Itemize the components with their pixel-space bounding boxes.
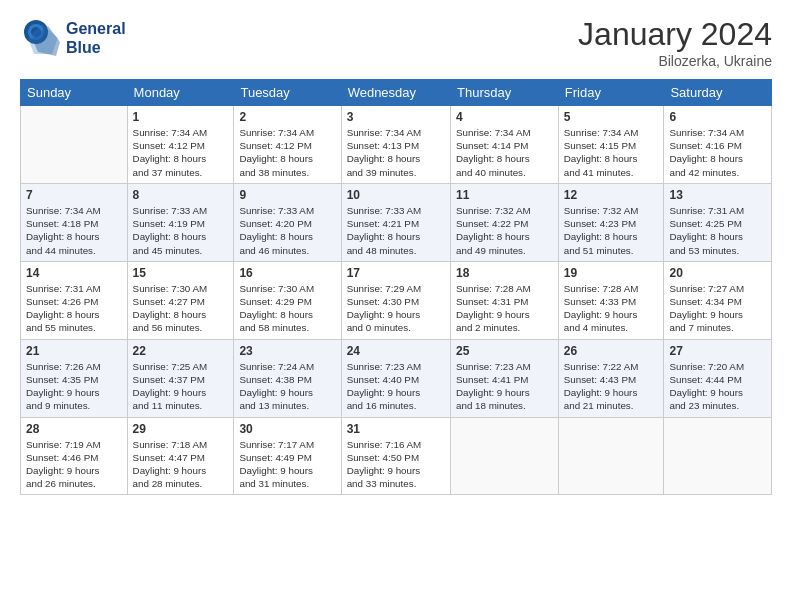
calendar-cell [451,417,559,495]
calendar-cell: 8Sunrise: 7:33 AM Sunset: 4:19 PM Daylig… [127,183,234,261]
day-info: Sunrise: 7:27 AM Sunset: 4:34 PM Dayligh… [669,282,766,335]
weekday-header-monday: Monday [127,80,234,106]
week-row-2: 14Sunrise: 7:31 AM Sunset: 4:26 PM Dayli… [21,261,772,339]
day-number: 9 [239,188,335,202]
weekday-header-saturday: Saturday [664,80,772,106]
day-info: Sunrise: 7:28 AM Sunset: 4:31 PM Dayligh… [456,282,553,335]
day-info: Sunrise: 7:34 AM Sunset: 4:15 PM Dayligh… [564,126,659,179]
day-number: 5 [564,110,659,124]
weekday-header-tuesday: Tuesday [234,80,341,106]
day-number: 2 [239,110,335,124]
day-number: 16 [239,266,335,280]
day-info: Sunrise: 7:29 AM Sunset: 4:30 PM Dayligh… [347,282,445,335]
day-number: 14 [26,266,122,280]
day-info: Sunrise: 7:25 AM Sunset: 4:37 PM Dayligh… [133,360,229,413]
calendar-cell: 9Sunrise: 7:33 AM Sunset: 4:20 PM Daylig… [234,183,341,261]
day-number: 29 [133,422,229,436]
day-info: Sunrise: 7:16 AM Sunset: 4:50 PM Dayligh… [347,438,445,491]
day-number: 17 [347,266,445,280]
day-number: 3 [347,110,445,124]
day-info: Sunrise: 7:32 AM Sunset: 4:22 PM Dayligh… [456,204,553,257]
calendar-cell: 16Sunrise: 7:30 AM Sunset: 4:29 PM Dayli… [234,261,341,339]
logo-svg [20,16,64,60]
day-info: Sunrise: 7:23 AM Sunset: 4:41 PM Dayligh… [456,360,553,413]
month-title: January 2024 [578,16,772,53]
calendar-cell: 12Sunrise: 7:32 AM Sunset: 4:23 PM Dayli… [558,183,664,261]
calendar-cell: 26Sunrise: 7:22 AM Sunset: 4:43 PM Dayli… [558,339,664,417]
day-info: Sunrise: 7:34 AM Sunset: 4:18 PM Dayligh… [26,204,122,257]
day-number: 30 [239,422,335,436]
day-info: Sunrise: 7:34 AM Sunset: 4:14 PM Dayligh… [456,126,553,179]
day-number: 8 [133,188,229,202]
calendar-cell: 13Sunrise: 7:31 AM Sunset: 4:25 PM Dayli… [664,183,772,261]
day-info: Sunrise: 7:18 AM Sunset: 4:47 PM Dayligh… [133,438,229,491]
calendar-cell: 30Sunrise: 7:17 AM Sunset: 4:49 PM Dayli… [234,417,341,495]
day-info: Sunrise: 7:34 AM Sunset: 4:16 PM Dayligh… [669,126,766,179]
calendar-cell: 21Sunrise: 7:26 AM Sunset: 4:35 PM Dayli… [21,339,128,417]
day-info: Sunrise: 7:20 AM Sunset: 4:44 PM Dayligh… [669,360,766,413]
calendar-cell: 2Sunrise: 7:34 AM Sunset: 4:12 PM Daylig… [234,106,341,184]
calendar-table: SundayMondayTuesdayWednesdayThursdayFrid… [20,79,772,495]
day-info: Sunrise: 7:34 AM Sunset: 4:12 PM Dayligh… [239,126,335,179]
calendar-cell: 15Sunrise: 7:30 AM Sunset: 4:27 PM Dayli… [127,261,234,339]
day-info: Sunrise: 7:17 AM Sunset: 4:49 PM Dayligh… [239,438,335,491]
day-number: 28 [26,422,122,436]
location-subtitle: Bilozerka, Ukraine [578,53,772,69]
day-info: Sunrise: 7:31 AM Sunset: 4:26 PM Dayligh… [26,282,122,335]
day-number: 24 [347,344,445,358]
weekday-header-row: SundayMondayTuesdayWednesdayThursdayFrid… [21,80,772,106]
logo-general: General [66,19,126,38]
calendar-cell: 14Sunrise: 7:31 AM Sunset: 4:26 PM Dayli… [21,261,128,339]
day-info: Sunrise: 7:31 AM Sunset: 4:25 PM Dayligh… [669,204,766,257]
day-info: Sunrise: 7:24 AM Sunset: 4:38 PM Dayligh… [239,360,335,413]
day-number: 13 [669,188,766,202]
day-info: Sunrise: 7:26 AM Sunset: 4:35 PM Dayligh… [26,360,122,413]
calendar-cell: 3Sunrise: 7:34 AM Sunset: 4:13 PM Daylig… [341,106,450,184]
day-info: Sunrise: 7:28 AM Sunset: 4:33 PM Dayligh… [564,282,659,335]
calendar-cell: 22Sunrise: 7:25 AM Sunset: 4:37 PM Dayli… [127,339,234,417]
calendar-cell [21,106,128,184]
week-row-1: 7Sunrise: 7:34 AM Sunset: 4:18 PM Daylig… [21,183,772,261]
calendar-cell: 4Sunrise: 7:34 AM Sunset: 4:14 PM Daylig… [451,106,559,184]
weekday-header-sunday: Sunday [21,80,128,106]
calendar-cell: 20Sunrise: 7:27 AM Sunset: 4:34 PM Dayli… [664,261,772,339]
weekday-header-friday: Friday [558,80,664,106]
calendar-cell: 23Sunrise: 7:24 AM Sunset: 4:38 PM Dayli… [234,339,341,417]
calendar-cell: 6Sunrise: 7:34 AM Sunset: 4:16 PM Daylig… [664,106,772,184]
day-info: Sunrise: 7:34 AM Sunset: 4:12 PM Dayligh… [133,126,229,179]
calendar-cell: 5Sunrise: 7:34 AM Sunset: 4:15 PM Daylig… [558,106,664,184]
day-info: Sunrise: 7:30 AM Sunset: 4:29 PM Dayligh… [239,282,335,335]
calendar-cell: 27Sunrise: 7:20 AM Sunset: 4:44 PM Dayli… [664,339,772,417]
weekday-header-wednesday: Wednesday [341,80,450,106]
title-block: January 2024 Bilozerka, Ukraine [578,16,772,69]
calendar-cell: 7Sunrise: 7:34 AM Sunset: 4:18 PM Daylig… [21,183,128,261]
day-number: 10 [347,188,445,202]
day-number: 23 [239,344,335,358]
calendar-cell: 18Sunrise: 7:28 AM Sunset: 4:31 PM Dayli… [451,261,559,339]
calendar-cell: 10Sunrise: 7:33 AM Sunset: 4:21 PM Dayli… [341,183,450,261]
day-number: 25 [456,344,553,358]
page: General Blue January 2024 Bilozerka, Ukr… [0,0,792,612]
day-number: 21 [26,344,122,358]
calendar-cell: 31Sunrise: 7:16 AM Sunset: 4:50 PM Dayli… [341,417,450,495]
day-number: 19 [564,266,659,280]
day-number: 7 [26,188,122,202]
day-number: 15 [133,266,229,280]
day-number: 12 [564,188,659,202]
header: General Blue January 2024 Bilozerka, Ukr… [20,16,772,69]
calendar-cell: 29Sunrise: 7:18 AM Sunset: 4:47 PM Dayli… [127,417,234,495]
day-number: 1 [133,110,229,124]
day-info: Sunrise: 7:33 AM Sunset: 4:19 PM Dayligh… [133,204,229,257]
calendar-cell [558,417,664,495]
calendar-cell: 11Sunrise: 7:32 AM Sunset: 4:22 PM Dayli… [451,183,559,261]
logo: General Blue [20,16,126,60]
calendar-cell: 17Sunrise: 7:29 AM Sunset: 4:30 PM Dayli… [341,261,450,339]
day-info: Sunrise: 7:22 AM Sunset: 4:43 PM Dayligh… [564,360,659,413]
weekday-header-thursday: Thursday [451,80,559,106]
day-number: 6 [669,110,766,124]
day-info: Sunrise: 7:32 AM Sunset: 4:23 PM Dayligh… [564,204,659,257]
logo-blue: Blue [66,38,126,57]
day-number: 11 [456,188,553,202]
day-info: Sunrise: 7:33 AM Sunset: 4:21 PM Dayligh… [347,204,445,257]
calendar-cell: 25Sunrise: 7:23 AM Sunset: 4:41 PM Dayli… [451,339,559,417]
